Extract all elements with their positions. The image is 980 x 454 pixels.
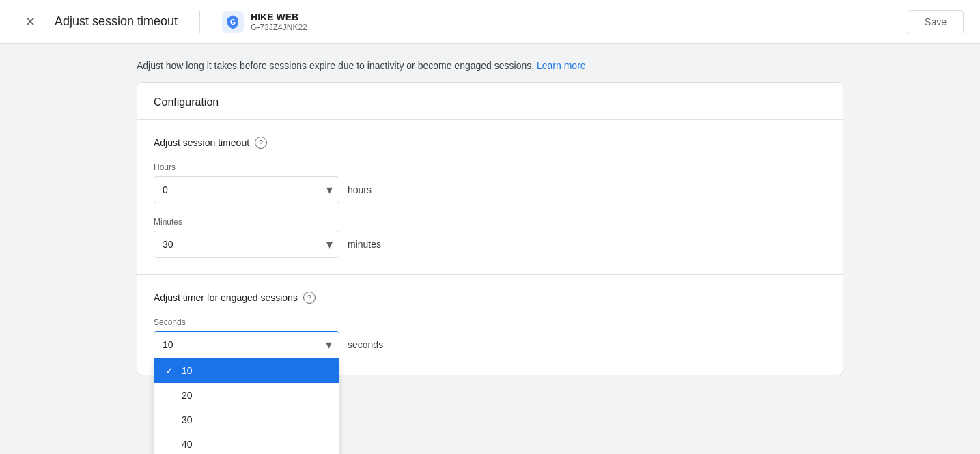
- session-timeout-title: Adjust session timeout ?: [154, 137, 826, 149]
- minutes-label: Minutes: [154, 217, 826, 227]
- header-left: ✕ Adjust session timeout G HIKE WEB G-73…: [16, 8, 307, 36]
- hours-row: 0 1 2 ▾ hours: [154, 176, 826, 203]
- minutes-select[interactable]: 0 5 10 15 20 25 30 35 40 45: [154, 231, 339, 258]
- seconds-row: 10 ▾ ✓ 10 20: [154, 331, 826, 358]
- seconds-select-box[interactable]: 10 ▾: [154, 331, 339, 358]
- hours-select[interactable]: 0 1 2: [154, 176, 339, 203]
- seconds-chevron-icon: ▾: [326, 337, 332, 352]
- checkmark-icon: ✓: [165, 365, 176, 376]
- seconds-dropdown-list: ✓ 10 20 30: [154, 358, 339, 454]
- seconds-option-40[interactable]: 40: [154, 432, 339, 454]
- session-timeout-section: Adjust session timeout ? Hours 0 1 2 ▾ h…: [137, 120, 843, 275]
- header-divider: [199, 11, 200, 33]
- hours-field: Hours 0 1 2 ▾ hours: [154, 162, 826, 203]
- svg-text:G: G: [230, 18, 236, 26]
- property-info: G HIKE WEB G-73JZ4JNK22: [222, 11, 307, 33]
- seconds-selected-value: 10: [163, 339, 173, 350]
- property-id: G-73JZ4JNK22: [251, 23, 307, 32]
- page-title: Adjust session timeout: [55, 14, 178, 29]
- hours-unit: hours: [348, 184, 372, 195]
- minutes-select-wrapper: 0 5 10 15 20 25 30 35 40 45 ▾: [154, 231, 339, 258]
- close-button[interactable]: ✕: [16, 8, 44, 36]
- engaged-sessions-help-icon[interactable]: ?: [303, 292, 316, 304]
- seconds-option-10[interactable]: ✓ 10: [154, 358, 339, 383]
- property-name: HIKE WEB: [251, 12, 307, 23]
- seconds-option-20[interactable]: 20: [154, 383, 339, 408]
- hours-select-wrapper: 0 1 2 ▾: [154, 176, 339, 203]
- seconds-option-30[interactable]: 30: [154, 408, 339, 432]
- description-body: Adjust how long it takes before sessions…: [137, 60, 534, 71]
- close-icon: ✕: [25, 14, 36, 29]
- seconds-dropdown-container: 10 ▾ ✓ 10 20: [154, 331, 339, 358]
- seconds-label: Seconds: [154, 317, 826, 327]
- seconds-unit: seconds: [348, 339, 383, 350]
- engaged-sessions-title: Adjust timer for engaged sessions ?: [154, 292, 826, 304]
- minutes-row: 0 5 10 15 20 25 30 35 40 45 ▾: [154, 231, 826, 258]
- session-timeout-help-icon[interactable]: ?: [255, 137, 267, 149]
- description-text: Adjust how long it takes before sessions…: [137, 60, 843, 71]
- property-details: HIKE WEB G-73JZ4JNK22: [251, 12, 307, 32]
- main-content: Adjust how long it takes before sessions…: [0, 44, 980, 392]
- hours-label: Hours: [154, 162, 826, 172]
- engaged-sessions-section: Adjust timer for engaged sessions ? Seco…: [137, 275, 843, 375]
- seconds-field: Seconds 10 ▾ ✓ 10: [154, 317, 826, 358]
- header: ✕ Adjust session timeout G HIKE WEB G-73…: [0, 0, 980, 44]
- minutes-field: Minutes 0 5 10 15 20 25 30 35 40: [154, 217, 826, 258]
- config-card: Configuration Adjust session timeout ? H…: [137, 82, 843, 375]
- config-header: Configuration: [137, 83, 843, 120]
- learn-more-link[interactable]: Learn more: [537, 60, 586, 71]
- minutes-unit: minutes: [348, 239, 381, 250]
- save-button[interactable]: Save: [908, 10, 964, 33]
- property-icon: G: [222, 11, 244, 33]
